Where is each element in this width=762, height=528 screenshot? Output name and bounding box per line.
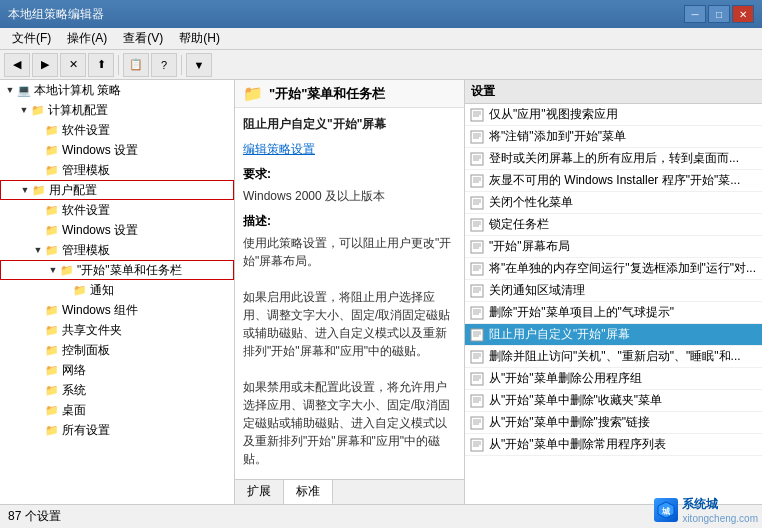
tree-item-network[interactable]: 📁网络: [0, 360, 234, 380]
tree-label-desktop: 桌面: [62, 402, 86, 419]
tree-item-system[interactable]: 📁系统: [0, 380, 234, 400]
tree-label-user: 用户配置: [49, 182, 97, 199]
svg-rect-36: [471, 307, 483, 319]
settings-item[interactable]: 关闭通知区域清理: [465, 280, 762, 302]
tree-label-control: 控制面板: [62, 342, 110, 359]
tree-arrow-user[interactable]: ▼: [19, 184, 31, 196]
tree-item-computer[interactable]: ▼📁计算机配置: [0, 100, 234, 120]
tree-arrow-desktop[interactable]: [32, 404, 44, 416]
tree-item-desktop[interactable]: 📁桌面: [0, 400, 234, 420]
settings-item[interactable]: 仅从"应用"视图搜索应用: [465, 104, 762, 126]
menu-help[interactable]: 帮助(H): [171, 28, 228, 49]
settings-item[interactable]: 从"开始"菜单删除公用程序组: [465, 368, 762, 390]
stop-button[interactable]: ✕: [60, 53, 86, 77]
tree-item-user[interactable]: ▼📁用户配置: [0, 180, 234, 200]
settings-item[interactable]: 删除"开始"菜单项目上的"气球提示": [465, 302, 762, 324]
close-button[interactable]: ✕: [732, 5, 754, 23]
help-button[interactable]: ?: [151, 53, 177, 77]
filter-button[interactable]: ▼: [186, 53, 212, 77]
svg-rect-8: [471, 153, 483, 165]
tree-arrow-system[interactable]: [32, 384, 44, 396]
tree-item-shared[interactable]: 📁共享文件夹: [0, 320, 234, 340]
menu-file[interactable]: 文件(F): [4, 28, 59, 49]
tree-item-windows[interactable]: 📁Windows 设置: [0, 140, 234, 160]
back-button[interactable]: ◀: [4, 53, 30, 77]
tree-folder-icon-notice: 📁: [72, 282, 88, 298]
tree-item-local[interactable]: ▼💻本地计算机 策略: [0, 80, 234, 100]
settings-item-icon: [469, 283, 485, 299]
settings-item[interactable]: 将"在单独的内存空间运行"复选框添加到"运行"对...: [465, 258, 762, 280]
tree-arrow-network[interactable]: [32, 364, 44, 376]
tree-arrow-notice[interactable]: [60, 284, 72, 296]
settings-item[interactable]: 灰显不可用的 Windows Installer 程序"开始"菜...: [465, 170, 762, 192]
tree-arrow-software2[interactable]: [32, 204, 44, 216]
tree-label-admin2: 管理模板: [62, 242, 110, 259]
settings-item-label: 从"开始"菜单中删除常用程序列表: [489, 436, 666, 453]
tree-item-windows_comp[interactable]: 📁Windows 组件: [0, 300, 234, 320]
settings-item-label: 阻止用户自定义"开始"屏幕: [489, 326, 630, 343]
toolbar-separator: [118, 55, 119, 75]
tree-item-allsettings[interactable]: 📁所有设置: [0, 420, 234, 440]
tree-folder-icon-network: 📁: [44, 362, 60, 378]
tree-arrow-admin2[interactable]: ▼: [32, 244, 44, 256]
tree-folder-icon-software: 📁: [44, 122, 60, 138]
maximize-button[interactable]: □: [708, 5, 730, 23]
settings-item[interactable]: 关闭个性化菜单: [465, 192, 762, 214]
menu-view[interactable]: 查看(V): [115, 28, 171, 49]
detail-title: 阻止用户自定义"开始"屏幕: [243, 116, 456, 133]
settings-item-label: 灰显不可用的 Windows Installer 程序"开始"菜...: [489, 172, 740, 189]
tree-arrow-windows_comp[interactable]: [32, 304, 44, 316]
desc-text: 使用此策略设置，可以阻止用户更改"开始"屏幕布局。 如果启用此设置，将阻止用户选…: [243, 234, 456, 468]
settings-item-label: 仅从"应用"视图搜索应用: [489, 106, 618, 123]
svg-rect-56: [471, 417, 483, 429]
tree-label-computer: 计算机配置: [48, 102, 108, 119]
tree-arrow-control[interactable]: [32, 344, 44, 356]
settings-item-label: 从"开始"菜单中删除"搜索"链接: [489, 414, 650, 431]
settings-item[interactable]: 锁定任务栏: [465, 214, 762, 236]
tree-item-startmenu[interactable]: ▼📁"开始"菜单和任务栏: [0, 260, 234, 280]
tree-item-admin1[interactable]: 📁管理模板: [0, 160, 234, 180]
settings-item[interactable]: 阻止用户自定义"开始"屏幕: [465, 324, 762, 346]
settings-item-icon: [469, 195, 485, 211]
up-button[interactable]: ⬆: [88, 53, 114, 77]
tree-item-windows2[interactable]: 📁Windows 设置: [0, 220, 234, 240]
tree-item-control[interactable]: 📁控制面板: [0, 340, 234, 360]
settings-item[interactable]: 从"开始"菜单中删除"搜索"链接: [465, 412, 762, 434]
tab-expand[interactable]: 扩展: [235, 480, 284, 504]
tab-standard[interactable]: 标准: [284, 480, 333, 504]
tree-item-notice[interactable]: 📁通知: [0, 280, 234, 300]
tree-arrow-shared[interactable]: [32, 324, 44, 336]
settings-item-label: 关闭个性化菜单: [489, 194, 573, 211]
tree-label-startmenu: "开始"菜单和任务栏: [77, 262, 182, 279]
settings-item[interactable]: "开始"屏幕布局: [465, 236, 762, 258]
tree-panel[interactable]: ▼💻本地计算机 策略▼📁计算机配置 📁软件设置 📁Windows 设置 📁管理模…: [0, 80, 235, 504]
tree-arrow-windows[interactable]: [32, 144, 44, 156]
tree-item-admin2[interactable]: ▼📁管理模板: [0, 240, 234, 260]
settings-item-icon: [469, 151, 485, 167]
tree-folder-icon-admin2: 📁: [44, 242, 60, 258]
tree-item-software[interactable]: 📁软件设置: [0, 120, 234, 140]
settings-item[interactable]: 从"开始"菜单中删除"收藏夹"菜单: [465, 390, 762, 412]
tree-arrow-local[interactable]: ▼: [4, 84, 16, 96]
settings-item-label: 将"注销"添加到"开始"菜单: [489, 128, 626, 145]
tree-label-software: 软件设置: [62, 122, 110, 139]
tree-arrow-allsettings[interactable]: [32, 424, 44, 436]
edit-policy-link[interactable]: 编辑策略设置: [243, 142, 315, 156]
tree-folder-icon-allsettings: 📁: [44, 422, 60, 438]
tree-arrow-startmenu[interactable]: ▼: [47, 264, 59, 276]
tree-arrow-admin1[interactable]: [32, 164, 44, 176]
forward-button[interactable]: ▶: [32, 53, 58, 77]
tree-item-software2[interactable]: 📁软件设置: [0, 200, 234, 220]
settings-item[interactable]: 将"注销"添加到"开始"菜单: [465, 126, 762, 148]
settings-item[interactable]: 登时或关闭屏幕上的所有应用后，转到桌面而...: [465, 148, 762, 170]
settings-item[interactable]: 删除并阻止访问"关机"、"重新启动"、"睡眠"和...: [465, 346, 762, 368]
toolbar-separator-2: [181, 55, 182, 75]
svg-rect-20: [471, 219, 483, 231]
properties-button[interactable]: 📋: [123, 53, 149, 77]
menu-action[interactable]: 操作(A): [59, 28, 115, 49]
settings-item[interactable]: 从"开始"菜单中删除常用程序列表: [465, 434, 762, 456]
minimize-button[interactable]: ─: [684, 5, 706, 23]
tree-arrow-windows2[interactable]: [32, 224, 44, 236]
tree-arrow-computer[interactable]: ▼: [18, 104, 30, 116]
tree-arrow-software[interactable]: [32, 124, 44, 136]
